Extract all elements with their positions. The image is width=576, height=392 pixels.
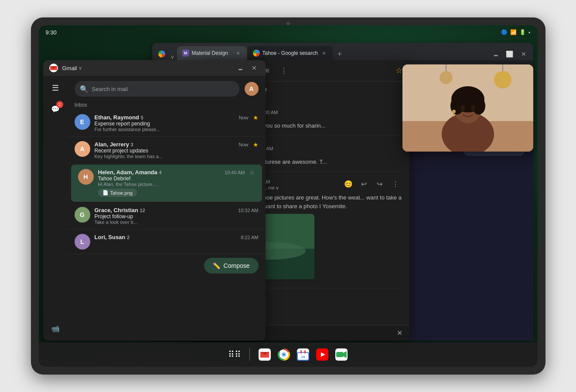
email-subject-helen: Tahoe Debrief bbox=[98, 176, 245, 182]
taskbar-apps: ⠿⠿ bbox=[227, 347, 349, 362]
message-actions-lori: 😊 ↩ ↪ ⋮ bbox=[341, 177, 402, 191]
email-preview-alan: Key highlights: the team has a... bbox=[95, 154, 249, 159]
chrome-icon[interactable] bbox=[156, 48, 168, 60]
sidebar-meet-icon[interactable]: 📹 bbox=[47, 320, 64, 337]
email-time-ethan: Now bbox=[239, 115, 248, 120]
email-sender-ethan: Ethan, Raymond 5 bbox=[95, 114, 143, 121]
email-content-lori: Lori, Susan 2 8:22 AM bbox=[95, 234, 259, 240]
tablet-camera bbox=[286, 22, 290, 25]
svg-point-14 bbox=[494, 71, 511, 88]
gmail-email-list: 🔍 Search in mail A Inbox E Ethan, Raymon… bbox=[68, 76, 266, 341]
email-sender-grace: Grace, Christian 12 bbox=[95, 207, 145, 213]
chrome-logo-icon bbox=[158, 51, 165, 57]
tablet-screen: 9:30 🔵 📶 🔋 ● ∨ M Material Design bbox=[39, 25, 538, 367]
chrome-close-button[interactable]: ✕ bbox=[518, 48, 530, 60]
compose-label: Compose bbox=[224, 262, 250, 269]
email-avatar-ethan: E bbox=[75, 114, 90, 130]
gmail-close-button[interactable]: ✕ bbox=[248, 62, 260, 74]
gmail-logo-icon bbox=[48, 63, 59, 73]
star-icon-helen-empty[interactable]: ☆ bbox=[249, 169, 255, 176]
md-favicon-icon: M bbox=[182, 50, 189, 57]
chrome-minimize-button[interactable]: 🗕 bbox=[490, 48, 502, 60]
taskbar-apps-grid-icon[interactable]: ⠿⠿ bbox=[227, 347, 242, 362]
svg-rect-40 bbox=[336, 352, 343, 357]
email-sender-helen: Helen, Adam, Amanda 4 bbox=[98, 169, 162, 176]
svg-rect-35 bbox=[304, 350, 306, 354]
status-icons: 🔵 📶 🔋 ● bbox=[501, 29, 531, 35]
gmail-window: Gmail ∨ 🗕 ✕ ☰ 💬 2 📹 bbox=[43, 60, 266, 341]
email-time-lori: 8:22 AM bbox=[241, 235, 258, 240]
chrome-window-controls: 🗕 ⬜ ✕ bbox=[490, 48, 530, 60]
sidebar-chat-badge: 2 bbox=[56, 101, 63, 108]
gmail-app-name: Gmail bbox=[62, 65, 77, 71]
inbox-label: Inbox bbox=[68, 100, 266, 110]
email-subject-ethan: Expense report pending bbox=[95, 121, 249, 127]
battery-icon: 🔋 bbox=[519, 29, 526, 35]
email-avatar-grace: G bbox=[75, 207, 90, 223]
email-item-ethan[interactable]: E Ethan, Raymond 5 Now Expense report pe… bbox=[68, 110, 266, 137]
emoji-button[interactable]: 😊 bbox=[341, 177, 355, 191]
svg-point-25 bbox=[453, 114, 455, 116]
email-avatar-helen: H bbox=[78, 169, 94, 185]
search-placeholder: Search in mail bbox=[92, 86, 128, 92]
email-item-helen[interactable]: H Helen, Adam, Amanda 4 10:40 AM Tahoe D… bbox=[71, 165, 262, 202]
chrome-tab-tahoe[interactable]: Tahoe - Google sesarch ✕ bbox=[248, 46, 333, 60]
taskbar-chrome-icon[interactable] bbox=[276, 347, 292, 362]
expand-recipients-icon[interactable]: ∨ bbox=[276, 185, 279, 191]
svg-point-24 bbox=[452, 110, 456, 113]
svg-point-12 bbox=[440, 71, 453, 84]
email-content-ethan: Ethan, Raymond 5 Now Expense report pend… bbox=[95, 114, 249, 132]
user-avatar[interactable]: A bbox=[245, 82, 259, 96]
email-sender-lori: Lori, Susan 2 bbox=[95, 234, 130, 240]
email-item-grace[interactable]: G Grace, Christian 12 10:32 AM Project f… bbox=[68, 203, 266, 230]
svg-point-30 bbox=[283, 353, 285, 356]
star-icon-ethan[interactable]: ★ bbox=[253, 114, 259, 121]
email-subject-alan: Recent project updates bbox=[95, 148, 249, 154]
email-content-grace: Grace, Christian 12 10:32 AM Project fol… bbox=[95, 207, 259, 225]
detail-more-button[interactable]: ⋮ bbox=[277, 64, 291, 78]
gmail-search-box[interactable]: 🔍 Search in mail bbox=[75, 81, 239, 97]
gmail-minimize-button[interactable]: 🗕 bbox=[234, 62, 246, 74]
compose-button[interactable]: ✏️ Compose bbox=[204, 258, 259, 274]
sidebar-chat-icon[interactable]: 💬 2 bbox=[47, 100, 64, 118]
svg-rect-34 bbox=[300, 350, 302, 354]
search-icon: 🔍 bbox=[80, 85, 89, 93]
forward-button[interactable]: ↪ bbox=[373, 177, 387, 191]
email-item-alan[interactable]: A Alan, Jerrery 3 Now Recent project upd… bbox=[68, 137, 266, 164]
gmail-title-text: Gmail ∨ bbox=[62, 65, 82, 71]
attachment-chip-tahoe[interactable]: 📄 Tahoe.png bbox=[98, 189, 137, 197]
tab-close-tahoe[interactable]: ✕ bbox=[320, 50, 327, 57]
gmail-dropdown-icon[interactable]: ∨ bbox=[78, 65, 82, 71]
taskbar-calendar-icon[interactable]: 15 bbox=[295, 347, 311, 362]
email-item-lori[interactable]: L Lori, Susan 2 8:22 AM bbox=[68, 230, 266, 254]
status-bar: 9:30 🔵 📶 🔋 ● bbox=[39, 25, 538, 39]
gmail-window-controls: 🗕 ✕ bbox=[234, 62, 260, 74]
tablet-device: 9:30 🔵 📶 🔋 ● ∨ M Material Design bbox=[31, 17, 545, 375]
status-time: 9:30 bbox=[46, 29, 57, 36]
more-button[interactable]: ⋮ bbox=[389, 177, 402, 191]
compose-area: ✏️ Compose bbox=[68, 254, 266, 280]
taskbar-youtube-icon[interactable] bbox=[314, 347, 330, 362]
chrome-restore-button[interactable]: ⬜ bbox=[504, 48, 516, 60]
email-content-alan: Alan, Jerrery 3 Now Recent project updat… bbox=[95, 141, 249, 159]
detail-star-button[interactable]: ☆ bbox=[395, 66, 402, 75]
attachment-icon: 📄 bbox=[102, 190, 109, 196]
reply-button[interactable]: ↩ bbox=[357, 177, 371, 191]
email-content-helen: Helen, Adam, Amanda 4 10:40 AM Tahoe Deb… bbox=[98, 169, 245, 197]
email-avatar-alan: A bbox=[75, 141, 90, 157]
chrome-menu-arrow[interactable]: ∨ bbox=[170, 54, 174, 60]
chrome-tab-material-design[interactable]: M Material Design ✕ bbox=[177, 46, 247, 60]
email-time-alan: Now bbox=[239, 142, 248, 147]
sidebar-menu-icon[interactable]: ☰ bbox=[47, 79, 64, 97]
email-preview-grace: Take a look over ti... bbox=[95, 220, 259, 225]
new-tab-button[interactable]: + bbox=[334, 48, 346, 60]
signal-dot: ● bbox=[528, 30, 531, 34]
tab-close-material-design[interactable]: ✕ bbox=[235, 50, 242, 57]
gmail-body: ☰ 💬 2 📹 🔍 Search in mail bbox=[43, 76, 266, 341]
taskbar: ⠿⠿ bbox=[39, 342, 538, 367]
taskbar-meet-icon[interactable] bbox=[334, 347, 349, 362]
attachment-close-button[interactable]: ✕ bbox=[395, 329, 404, 338]
taskbar-gmail-icon[interactable] bbox=[257, 347, 273, 362]
email-preview-helen: Hi Alan, the Tahoe picture.... bbox=[98, 182, 245, 187]
star-icon-alan[interactable]: ★ bbox=[253, 141, 259, 148]
